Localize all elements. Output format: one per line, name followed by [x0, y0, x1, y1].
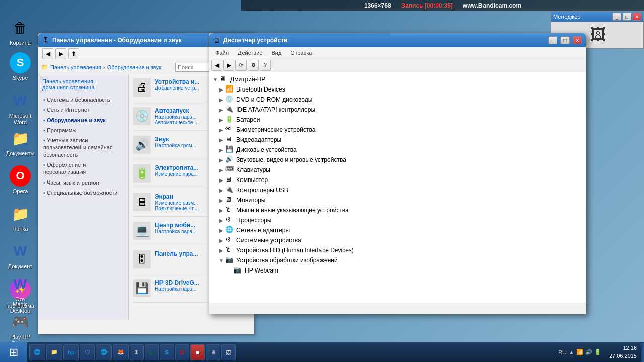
cp-sidebar-programs[interactable]: Программы: [42, 125, 124, 135]
dm-hid[interactable]: ▶ 🖱 Устройства HID (Human Interface Devi…: [209, 245, 586, 255]
taskbar-firefox[interactable]: 🦊: [113, 344, 129, 360]
torrent-icon: μ: [149, 349, 152, 355]
taskbar-record[interactable]: ⏺: [190, 344, 205, 360]
taskbar-antivirus[interactable]: 🛡: [80, 344, 95, 360]
skype-icon: S: [10, 52, 31, 73]
dm-tool-properties[interactable]: ⚙: [248, 60, 259, 71]
cp-nav-home[interactable]: Панель управления: [50, 64, 101, 70]
cp-sidebar-network[interactable]: Сеть и Интернет: [42, 105, 124, 115]
top-right-close[interactable]: ✕: [632, 13, 641, 21]
dm-restore[interactable]: □: [560, 36, 570, 44]
start-orb: ⊞: [9, 346, 18, 359]
dm-monitors-expand: ▶: [217, 198, 225, 203]
taskbar-chrome[interactable]: ⊕: [130, 344, 144, 360]
cp-sidebar-hardware[interactable]: Оборудование и звук: [42, 115, 124, 125]
desktop-icon-opera[interactable]: O Opera: [3, 163, 38, 197]
taskbar-ie[interactable]: 🌐: [29, 344, 45, 360]
dm-network[interactable]: ▶ 🌐 Сетевые адаптеры: [209, 225, 586, 235]
dm-battery[interactable]: ▶ 🔋 Батареи: [209, 115, 586, 125]
dm-monitors[interactable]: ▶ 🖥 Мониторы: [209, 195, 586, 205]
cp-sidebar-clock[interactable]: Часы, язык и регион: [42, 177, 124, 188]
desktop-icon-word1[interactable]: W Microsoft Word: [3, 88, 38, 128]
cp-nav-hw[interactable]: Оборудование и звук: [107, 64, 162, 70]
dm-system[interactable]: ▶ ⚙ Системные устройства: [209, 235, 586, 245]
top-right-title: Менеджер: [553, 14, 580, 20]
dm-menu-view[interactable]: Вид: [267, 49, 285, 57]
dm-cpu-label: Процессоры: [236, 217, 272, 224]
dm-dvd[interactable]: ▶ 💿 DVD и CD-ROM дисководы: [209, 95, 586, 105]
taskbar-torrent[interactable]: μ: [145, 344, 159, 360]
top-right-minimize[interactable]: _: [612, 13, 621, 21]
desktop-icon-word2[interactable]: W Документ: [3, 239, 38, 272]
dm-webcam[interactable]: ▶ 📷 HP Webcam: [209, 265, 586, 276]
taskbar-skype[interactable]: S: [160, 344, 174, 360]
dm-biometric[interactable]: ▶ 👁 Биометрические устройства: [209, 125, 586, 135]
tray-network[interactable]: 📶: [576, 349, 583, 355]
dm-computer[interactable]: ▶ 🖥 Компьютер: [209, 175, 586, 185]
dm-menu-help[interactable]: Справка: [286, 49, 316, 57]
top-right-maximize[interactable]: □: [622, 13, 631, 21]
cp-back[interactable]: ◀: [42, 48, 53, 59]
folder-icon-1: 📁: [10, 128, 31, 149]
cp-sidebar-home[interactable]: Панель управления - домашняя страница: [42, 78, 124, 90]
taskbar-virt[interactable]: 🖥: [206, 344, 220, 360]
taskbar-clock[interactable]: 12:16 27.06.2015: [605, 344, 641, 360]
dm-hid-icon: 🖱: [225, 246, 234, 255]
dm-video[interactable]: ▶ 🖥 Видеоадаптеры: [209, 135, 586, 145]
taskbar-ie2[interactable]: 🌐: [96, 344, 112, 360]
dm-ide[interactable]: ▶ 🔌 IDE ATA/ATAPI контроллеры: [209, 105, 586, 115]
dm-hid-label: Устройства HID (Human Interface Devices): [236, 247, 354, 254]
dm-imaging[interactable]: ▼ 📷 Устройства обработки изображений: [209, 255, 586, 265]
photo-icon: 🖼: [226, 349, 231, 355]
taskbar-hp[interactable]: hp: [63, 344, 79, 360]
cp-sidebar-accounts[interactable]: Учетные записи пользователей и семейная …: [42, 135, 124, 160]
dm-imaging-label: Устройства обработки изображений: [236, 257, 338, 264]
desktop-icon-skype[interactable]: S Skype: [3, 50, 38, 83]
taskbar-opera2[interactable]: O: [175, 344, 189, 360]
dm-menu-file[interactable]: Файл: [211, 49, 233, 57]
show-desktop[interactable]: [641, 343, 644, 362]
cp-devices-icon: 🖨: [133, 78, 151, 97]
dm-menu-action[interactable]: Действие: [234, 49, 266, 57]
dm-minimize[interactable]: _: [548, 36, 557, 44]
dm-audio[interactable]: ▶ 🔊 Звуковые, видео и игровые устройства: [209, 155, 586, 165]
dm-bluetooth[interactable]: ▶ 📶 Bluetooth Devices: [209, 84, 586, 95]
recording-website: www.Bandicam.com: [463, 2, 521, 9]
tray-battery[interactable]: 🔋: [594, 349, 601, 355]
desktop-icon-current[interactable]: W Эта программа: [3, 272, 38, 311]
dm-disk[interactable]: ▶ 💾 Дисковые устройства: [209, 145, 586, 155]
dm-network-expand: ▶: [217, 228, 225, 233]
dm-cpu[interactable]: ▶ ⚙ Процессоры: [209, 215, 586, 225]
dm-tool-refresh[interactable]: ⟳: [235, 60, 247, 71]
dm-computer-label: Компьютер: [236, 176, 268, 184]
dm-webcam-label: HP Webcam: [245, 267, 278, 274]
desktop-icon-folder1[interactable]: 📁 Документы: [3, 126, 38, 159]
dm-imaging-expand: ▼: [217, 258, 225, 263]
cp-up[interactable]: ⬆: [68, 48, 79, 59]
dm-tool-back[interactable]: ◀: [211, 60, 222, 71]
virt-icon: 🖥: [210, 349, 216, 355]
cp-sidebar-accessibility[interactable]: Специальные возможности: [42, 188, 124, 198]
dm-close[interactable]: ✕: [573, 36, 582, 44]
taskbar-time: 12:16: [609, 344, 637, 352]
dm-titlebar: 🖥 Диспетчер устройств _ □ ✕: [209, 33, 586, 47]
cp-hp3d-icon: 💾: [133, 279, 151, 297]
dm-mice[interactable]: ▶ 🖱 Мыши и иные указывающие устройства: [209, 205, 586, 215]
dm-battery-expand: ▶: [217, 117, 225, 123]
cp-screen-icon: 🖥: [133, 193, 151, 211]
dm-root-computer[interactable]: ▼ 🖥 Дмитрий-HP: [209, 74, 586, 84]
dm-tool-help[interactable]: ?: [260, 60, 271, 71]
tray-speaker[interactable]: 🔊: [585, 349, 592, 355]
dm-keyboard[interactable]: ▶ ⌨ Клавиатуры: [209, 165, 586, 175]
dm-usb[interactable]: ▶ 🔌 Контроллеры USB: [209, 185, 586, 195]
cp-sidebar-appearance[interactable]: Оформление и персонализация: [42, 160, 124, 177]
cp-forward[interactable]: ▶: [55, 48, 66, 59]
start-button[interactable]: ⊞: [0, 342, 27, 363]
taskbar-files[interactable]: 📁: [46, 344, 62, 360]
cp-sidebar-system[interactable]: Система и безопасность: [42, 95, 124, 105]
taskbar-photo[interactable]: 🖼: [221, 344, 236, 360]
desktop-icon-folder2[interactable]: 📁 Папка: [3, 201, 38, 234]
desktop-icon-recycle[interactable]: 🗑 Корзина: [3, 15, 38, 48]
tray-lang: RU: [558, 349, 567, 355]
dm-tool-forward[interactable]: ▶: [223, 60, 234, 71]
